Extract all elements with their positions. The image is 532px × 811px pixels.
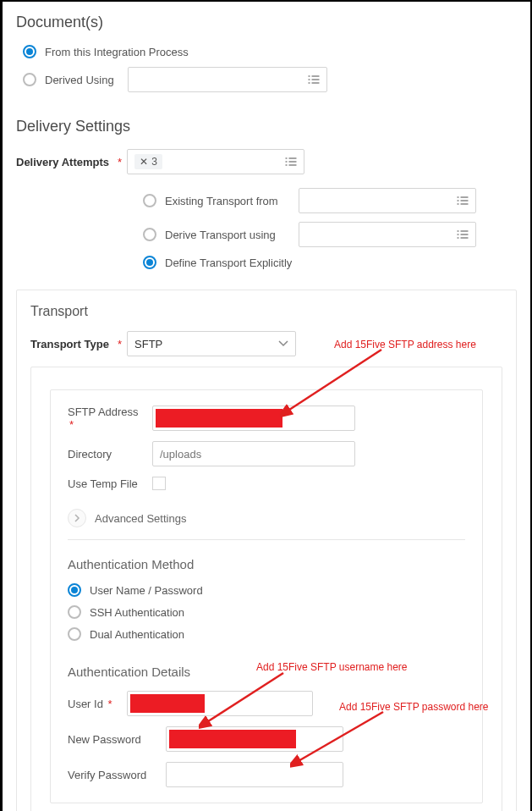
redacted-password: [169, 730, 296, 748]
directory-input[interactable]: [152, 441, 355, 466]
directory-label: Directory: [68, 448, 152, 461]
delivery-attempts-picker[interactable]: ✕ 3: [127, 149, 304, 174]
list-icon: [285, 157, 297, 167]
use-temp-file-label: Use Temp File: [68, 477, 152, 490]
transport-type-value: SFTP: [134, 338, 162, 350]
delivery-attempts-chip[interactable]: ✕ 3: [134, 154, 162, 169]
radio-dual-auth[interactable]: [68, 627, 81, 641]
sftp-details-panel: SFTP Address * Directory Use Temp File: [50, 389, 483, 803]
close-icon[interactable]: ✕: [140, 156, 148, 168]
list-icon: [457, 229, 469, 240]
radio-from-integration[interactable]: [23, 45, 36, 58]
transport-subpanel: SFTP Address * Directory Use Temp File: [30, 367, 502, 811]
list-icon: [457, 196, 469, 206]
chevron-down-icon: [278, 338, 288, 350]
annotation-sftp-address: Add 15Five SFTP address here: [334, 339, 476, 350]
radio-from-integration-label: From this Integration Process: [45, 46, 189, 58]
redacted-user-id: [130, 694, 205, 713]
radio-derived-using[interactable]: [23, 73, 36, 86]
radio-define-transport[interactable]: [143, 256, 156, 269]
sftp-address-input[interactable]: [152, 406, 355, 431]
derive-transport-picker[interactable]: [299, 222, 476, 247]
derive-transport-label: Derive Transport using: [165, 229, 292, 241]
use-temp-file-checkbox[interactable]: [152, 477, 166, 490]
required-marker: *: [118, 156, 122, 168]
transport-panel: Transport Transport Type * SFTP SFTP Add…: [16, 290, 517, 811]
advanced-settings-toggle[interactable]: Advanced Settings: [68, 509, 465, 540]
documents-section-title: Document(s): [16, 14, 517, 31]
radio-derive-transport[interactable]: [143, 228, 156, 241]
radio-ssh-auth[interactable]: [68, 605, 81, 619]
transport-type-label: Transport Type: [30, 338, 109, 350]
chevron-right-icon: [68, 509, 86, 527]
auth-method-title: Authentication Method: [68, 557, 465, 571]
delivery-attempts-value: 3: [151, 156, 157, 168]
required-marker: *: [118, 338, 122, 350]
user-id-label: User Id *: [68, 698, 120, 710]
existing-transport-picker[interactable]: [299, 188, 476, 213]
annotation-sftp-password: Add 15Five SFTP password here: [339, 701, 489, 713]
radio-derived-using-label: Derived Using: [45, 74, 121, 86]
derived-using-picker[interactable]: [128, 67, 327, 92]
sftp-address-label: SFTP Address *: [68, 406, 152, 431]
radio-user-pass[interactable]: [68, 583, 81, 597]
required-marker: *: [108, 698, 112, 710]
verify-password-input[interactable]: [166, 762, 343, 787]
radio-existing-transport[interactable]: [143, 194, 156, 207]
list-icon: [308, 74, 320, 85]
verify-password-label: Verify Password: [68, 769, 159, 781]
annotation-sftp-username: Add 15Five SFTP username here: [256, 661, 408, 673]
delivery-attempts-label: Delivery Attempts: [16, 156, 109, 168]
define-transport-label: Define Transport Explicitly: [165, 257, 292, 269]
new-password-input[interactable]: [166, 726, 343, 752]
transport-type-select[interactable]: SFTP: [127, 331, 296, 356]
existing-transport-label: Existing Transport from: [165, 195, 292, 207]
user-pass-label: User Name / Password: [90, 584, 203, 597]
dual-auth-label: Dual Authentication: [90, 628, 184, 641]
ssh-auth-label: SSH Authentication: [90, 606, 184, 619]
user-id-input[interactable]: [127, 691, 313, 716]
delivery-settings-title: Delivery Settings: [16, 118, 517, 135]
redacted-sftp-address: [156, 409, 282, 428]
transport-title: Transport: [30, 304, 502, 319]
advanced-settings-label: Advanced Settings: [95, 512, 186, 525]
required-marker: *: [69, 418, 74, 431]
new-password-label: New Password: [68, 733, 159, 746]
